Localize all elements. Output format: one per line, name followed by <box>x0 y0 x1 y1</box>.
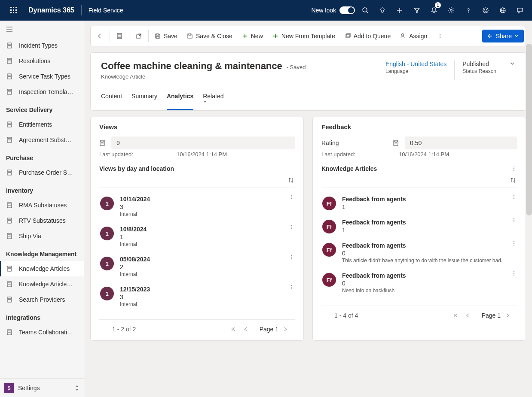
add-icon[interactable] <box>391 0 408 21</box>
lightbulb-icon[interactable] <box>374 0 391 21</box>
more-commands[interactable] <box>432 28 448 44</box>
sidebar-item[interactable]: Agreement Subst… <box>0 132 84 148</box>
new-look-toggle[interactable]: New look <box>311 6 355 14</box>
sidebar-item[interactable]: Knowledge Article… <box>0 276 84 292</box>
svg-point-16 <box>483 8 488 13</box>
sidebar-item[interactable]: Search Providers <box>0 292 84 307</box>
views-list-item[interactable]: 110/8/20241Internal <box>99 221 295 252</box>
view-date: 05/08/2024 <box>120 256 150 263</box>
save-button[interactable]: Save <box>150 28 182 44</box>
popout-button[interactable] <box>131 28 147 44</box>
sidebar-item[interactable]: Resolutions <box>0 53 84 69</box>
sidebar-collapse[interactable] <box>0 21 84 38</box>
search-icon[interactable] <box>357 0 374 21</box>
svg-rect-22 <box>517 8 523 12</box>
kebab-icon[interactable] <box>289 224 295 230</box>
notification-icon[interactable]: 1 <box>425 0 443 21</box>
filter-icon[interactable] <box>408 0 425 21</box>
new-button[interactable]: New <box>238 28 267 44</box>
avatar: Ff <box>322 220 336 233</box>
pager-next[interactable] <box>505 313 517 318</box>
tab-summary[interactable]: Summary <box>131 88 157 110</box>
svg-point-96 <box>291 228 292 229</box>
view-count: 1 <box>120 233 147 240</box>
kebab-icon[interactable] <box>511 270 517 276</box>
sidebar-item[interactable]: Incident Types <box>0 38 84 53</box>
feedback-title: Feedback <box>321 123 517 130</box>
sidebar-item[interactable]: Service Task Types <box>0 69 84 84</box>
feedback-icon[interactable] <box>477 0 494 21</box>
share-button[interactable]: Share <box>482 30 524 42</box>
svg-point-111 <box>514 170 514 171</box>
svg-point-92 <box>291 197 292 197</box>
view-date: 10/14/2024 <box>120 196 150 203</box>
kebab-icon[interactable] <box>289 254 295 260</box>
sidebar-item-label: Ship Via <box>19 233 41 239</box>
svg-rect-75 <box>189 34 191 35</box>
tab-content[interactable]: Content <box>101 88 122 110</box>
kebab-icon[interactable] <box>511 166 517 172</box>
feedback-updated-label: Last updated: <box>321 151 399 158</box>
sort-icon[interactable] <box>510 177 516 183</box>
add-to-queue-button[interactable]: Add to Queue <box>340 28 395 44</box>
main-content: Save Save & Close New New From Template … <box>84 21 532 397</box>
feedback-list-item[interactable]: FfFeedback from agents1 <box>321 191 517 215</box>
pager-next[interactable] <box>283 327 295 332</box>
views-sublist-title: Views by day and location <box>99 165 174 172</box>
tabs: ContentSummaryAnalyticsRelated <box>101 88 515 110</box>
kebab-icon[interactable] <box>511 240 517 246</box>
pager-first[interactable] <box>453 313 465 318</box>
sidebar-section-header: Integrations <box>0 307 84 324</box>
open-record-set[interactable] <box>112 28 127 44</box>
feedback-list-item[interactable]: FfFeedback from agents1 <box>321 215 517 238</box>
svg-rect-3 <box>10 9 12 11</box>
doc-icon <box>6 136 14 143</box>
sidebar-item-label: Agreement Subst… <box>19 136 71 143</box>
sidebar-item[interactable]: RTV Substatuses <box>0 213 84 228</box>
sidebar-item[interactable]: Inspection Templa… <box>0 84 84 100</box>
area-switcher[interactable]: S Settings <box>0 378 84 397</box>
back-button[interactable] <box>92 28 108 44</box>
assign-button[interactable]: Assign <box>396 28 431 44</box>
apps-icon[interactable] <box>494 0 511 21</box>
new-from-template-button[interactable]: New From Template <box>268 28 339 44</box>
sidebar-item[interactable]: Purchase Order S… <box>0 165 84 180</box>
views-list-item[interactable]: 110/14/20243Internal <box>99 191 295 221</box>
chat-icon[interactable] <box>511 0 529 21</box>
pager-prev[interactable] <box>243 327 255 332</box>
save-close-button[interactable]: Save & Close <box>183 28 237 44</box>
feedback-list-item[interactable]: FfFeedback from agents0Need info on back… <box>321 268 517 298</box>
pager-prev[interactable] <box>465 313 477 318</box>
sidebar-item[interactable]: Knowledge Articles <box>0 261 84 276</box>
kebab-icon[interactable] <box>289 284 295 290</box>
avatar: 1 <box>100 227 114 240</box>
sidebar-item[interactable]: Ship Via <box>0 228 84 244</box>
sidebar-item[interactable]: RMA Substatuses <box>0 197 84 213</box>
svg-point-109 <box>514 167 514 167</box>
tab-related[interactable]: Related <box>203 88 225 110</box>
feedback-list-item[interactable]: FfFeedback from agents0This article didn… <box>321 238 517 268</box>
svg-point-115 <box>514 218 514 219</box>
svg-rect-73 <box>156 34 159 35</box>
doc-icon <box>6 88 14 95</box>
sort-icon[interactable] <box>288 177 294 183</box>
sidebar-item-label: Teams Collaborati… <box>19 329 73 336</box>
help-icon[interactable] <box>460 0 477 21</box>
kebab-icon[interactable] <box>289 194 295 200</box>
sidebar-item[interactable]: Teams Collaborati… <box>0 324 84 340</box>
language-field[interactable]: English - United States Language <box>378 61 454 80</box>
svg-point-102 <box>291 288 292 289</box>
app-launcher[interactable] <box>3 0 24 21</box>
scrollbar[interactable] <box>526 44 532 215</box>
settings-icon[interactable] <box>443 0 460 21</box>
views-list-item[interactable]: 105/08/20242Internal <box>99 252 295 282</box>
views-list-item[interactable]: 112/15/20233Internal <box>99 282 295 312</box>
sidebar-item[interactable]: Entitlements <box>0 117 84 132</box>
chevron-down-icon[interactable] <box>504 61 515 67</box>
app-name: Field Service <box>84 7 128 14</box>
status-field[interactable]: Published Status Reason <box>455 61 504 80</box>
kebab-icon[interactable] <box>511 217 517 223</box>
kebab-icon[interactable] <box>511 194 517 200</box>
tab-analytics[interactable]: Analytics <box>167 88 193 110</box>
pager-first[interactable] <box>231 327 243 332</box>
